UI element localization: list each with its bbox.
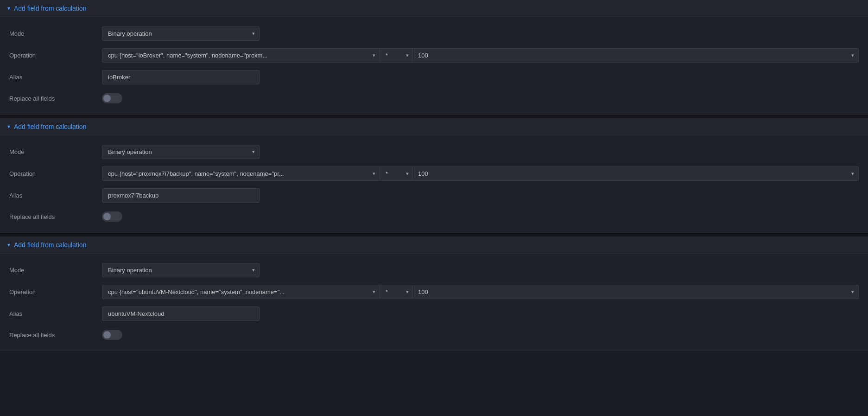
replace-toggle-panel1[interactable] <box>102 93 122 103</box>
alias-label-panel2: Alias <box>9 192 102 199</box>
value-select-panel1[interactable]: 100 <box>412 48 859 63</box>
alias-row-panel3: Alias <box>0 303 868 325</box>
operator-select-panel1[interactable]: * + - / <box>380 48 412 63</box>
panel-header-panel1[interactable]: ▾ Add field from calculation <box>0 0 868 17</box>
operation-select-panel3[interactable]: cpu {host="ubuntuVM-Nextcloud", name="sy… <box>102 285 380 299</box>
panel-header-panel2[interactable]: ▾ Add field from calculation <box>0 118 868 135</box>
operator-select-wrapper-panel3: * + - / <box>380 285 412 299</box>
operation-select-wrapper-panel1: cpu {host="ioBroker", name="system", nod… <box>102 48 380 63</box>
panel-panel3: ▾ Add field from calculation Mode Binary… <box>0 237 868 351</box>
operation-label-panel2: Operation <box>9 170 102 177</box>
value-select-wrapper-panel2: 100 <box>412 166 859 181</box>
alias-label-panel1: Alias <box>9 74 102 81</box>
operation-select-wrapper-panel2: cpu {host="proxmox7i7backup", name="syst… <box>102 166 380 181</box>
alias-row-panel2: Alias <box>0 185 868 206</box>
operation-control-panel1: cpu {host="ioBroker", name="system", nod… <box>102 48 859 63</box>
panel-panel2: ▾ Add field from calculation Mode Binary… <box>0 118 868 233</box>
alias-input-panel3[interactable] <box>102 307 260 321</box>
mode-row-panel2: Mode Binary operation <box>0 141 868 163</box>
value-select-wrapper-panel3: 100 <box>412 285 859 299</box>
chevron-icon-panel3: ▾ <box>7 242 10 248</box>
replace-label-panel1: Replace all fields <box>9 95 102 102</box>
mode-select-wrapper-panel2: Binary operation <box>102 145 260 159</box>
operation-control-panel3: cpu {host="ubuntuVM-Nextcloud", name="sy… <box>102 285 859 299</box>
replace-slider-panel1 <box>102 93 122 103</box>
alias-control-panel2 <box>102 188 859 203</box>
operation-label-panel1: Operation <box>9 52 102 59</box>
replace-label-panel3: Replace all fields <box>9 332 102 339</box>
alias-input-panel1[interactable] <box>102 70 260 84</box>
panel-panel1: ▾ Add field from calculation Mode Binary… <box>0 0 868 115</box>
replace-row-panel3: Replace all fields <box>0 325 868 345</box>
mode-control-panel2: Binary operation <box>102 145 859 159</box>
operation-inputs-panel3: cpu {host="ubuntuVM-Nextcloud", name="sy… <box>102 285 859 299</box>
replace-slider-panel3 <box>102 330 122 340</box>
alias-control-panel1 <box>102 70 859 84</box>
operation-control-panel2: cpu {host="proxmox7i7backup", name="syst… <box>102 166 859 181</box>
operation-row-panel1: Operation cpu {host="ioBroker", name="sy… <box>0 45 868 66</box>
replace-label-panel2: Replace all fields <box>9 213 102 220</box>
operation-select-wrapper-panel3: cpu {host="ubuntuVM-Nextcloud", name="sy… <box>102 285 380 299</box>
operation-row-panel2: Operation cpu {host="proxmox7i7backup", … <box>0 163 868 185</box>
value-select-panel3[interactable]: 100 <box>412 285 859 299</box>
replace-control-panel3 <box>102 330 859 340</box>
alias-control-panel3 <box>102 307 859 321</box>
operator-select-wrapper-panel1: * + - / <box>380 48 412 63</box>
operation-label-panel3: Operation <box>9 288 102 295</box>
value-select-wrapper-panel1: 100 <box>412 48 859 63</box>
mode-row-panel1: Mode Binary operation <box>0 23 868 45</box>
replace-toggle-panel3[interactable] <box>102 330 122 340</box>
replace-control-panel1 <box>102 93 859 103</box>
replace-row-panel1: Replace all fields <box>0 88 868 109</box>
panel-body-panel2: Mode Binary operation Operation <box>0 135 868 232</box>
replace-toggle-panel2[interactable] <box>102 211 122 222</box>
mode-label-panel2: Mode <box>9 148 102 155</box>
operation-inputs-panel1: cpu {host="ioBroker", name="system", nod… <box>102 48 859 63</box>
mode-select-wrapper-panel3: Binary operation <box>102 263 260 277</box>
panel-body-panel1: Mode Binary operation Operation <box>0 17 868 114</box>
replace-slider-panel2 <box>102 211 122 222</box>
operator-select-wrapper-panel2: * + - / <box>380 166 412 181</box>
operation-select-panel2[interactable]: cpu {host="proxmox7i7backup", name="syst… <box>102 166 380 181</box>
mode-control-panel1: Binary operation <box>102 26 859 41</box>
chevron-icon-panel2: ▾ <box>7 123 10 130</box>
replace-control-panel2 <box>102 211 859 222</box>
alias-input-panel2[interactable] <box>102 188 260 203</box>
panel-body-panel3: Mode Binary operation Operation <box>0 254 868 351</box>
operator-select-panel2[interactable]: * + - / <box>380 166 412 181</box>
mode-select-panel1[interactable]: Binary operation <box>102 26 260 41</box>
chevron-icon-panel1: ▾ <box>7 5 10 12</box>
alias-label-panel3: Alias <box>9 310 102 317</box>
value-select-panel2[interactable]: 100 <box>412 166 859 181</box>
panel-header-panel3[interactable]: ▾ Add field from calculation <box>0 237 868 254</box>
panel-title-panel2: Add field from calculation <box>14 123 86 130</box>
operation-inputs-panel2: cpu {host="proxmox7i7backup", name="syst… <box>102 166 859 181</box>
mode-select-wrapper-panel1: Binary operation <box>102 26 260 41</box>
mode-select-panel2[interactable]: Binary operation <box>102 145 260 159</box>
mode-control-panel3: Binary operation <box>102 263 859 277</box>
panel-title-panel3: Add field from calculation <box>14 241 86 249</box>
operation-select-panel1[interactable]: cpu {host="ioBroker", name="system", nod… <box>102 48 380 63</box>
mode-label-panel1: Mode <box>9 30 102 37</box>
alias-row-panel1: Alias <box>0 66 868 88</box>
operator-select-panel3[interactable]: * + - / <box>380 285 412 299</box>
mode-row-panel3: Mode Binary operation <box>0 259 868 281</box>
panel-title-panel1: Add field from calculation <box>14 5 86 12</box>
replace-row-panel2: Replace all fields <box>0 206 868 227</box>
operation-row-panel3: Operation cpu {host="ubuntuVM-Nextcloud"… <box>0 281 868 303</box>
mode-label-panel3: Mode <box>9 267 102 274</box>
mode-select-panel3[interactable]: Binary operation <box>102 263 260 277</box>
